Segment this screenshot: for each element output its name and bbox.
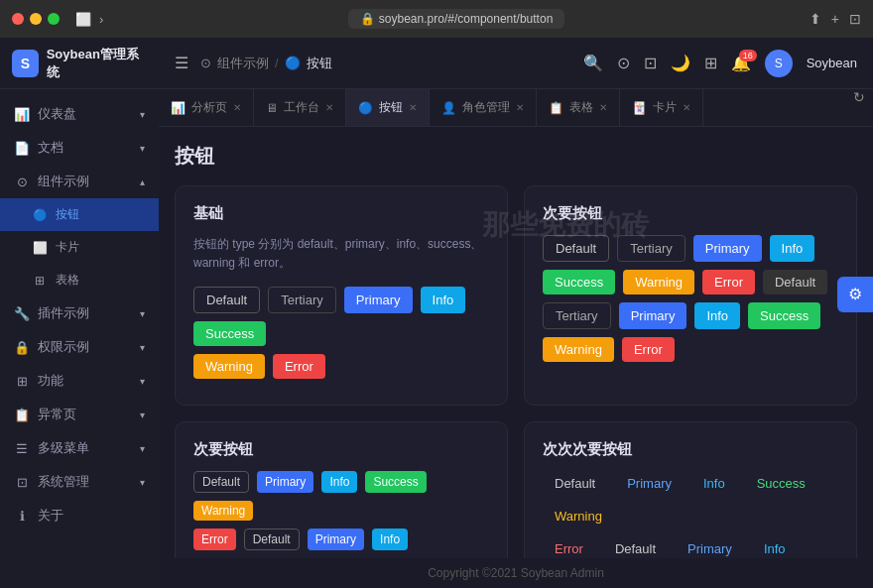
table-icon: ⊞	[32, 274, 48, 288]
sidebar-item-buttons[interactable]: 🔵 按钮	[0, 198, 159, 231]
tab-card[interactable]: 🃏 卡片 ✕	[620, 89, 703, 126]
settings-fab[interactable]: ⚙	[837, 277, 873, 312]
btn-tertiary[interactable]: Tertiary	[617, 235, 686, 262]
btn-text-info[interactable]: Info	[752, 536, 798, 558]
btn-text-default[interactable]: Default	[543, 471, 607, 496]
maximize-button[interactable]	[48, 13, 60, 25]
nav-controls: ⬜ ›	[75, 12, 103, 27]
btn-primary[interactable]: Primary	[693, 235, 762, 262]
tab-label: 按钮	[379, 99, 403, 116]
btn-text-error[interactable]: Error	[543, 536, 595, 558]
btn-default[interactable]: Default	[543, 235, 609, 262]
btn-info[interactable]: Info	[694, 302, 740, 329]
sidebar-item-label: 系统管理	[38, 473, 89, 491]
btn-primary[interactable]: Primary	[344, 287, 413, 313]
search-icon[interactable]: 🔍	[583, 54, 603, 72]
btn-error[interactable]: Error	[622, 337, 675, 362]
sidebar-item-cards[interactable]: ⬜ 卡片	[0, 231, 159, 264]
tab-close-icon[interactable]: ✕	[516, 102, 524, 113]
btn-success[interactable]: Success	[193, 321, 266, 346]
chevron-down-icon: ▾	[140, 410, 145, 420]
tab-close-icon[interactable]: ✕	[233, 102, 241, 113]
github-icon[interactable]: ⊙	[617, 54, 630, 72]
btn-info[interactable]: Info	[421, 287, 466, 313]
btn-info[interactable]: Info	[372, 529, 408, 550]
tab-analytics[interactable]: 📊 分析页 ✕	[159, 89, 254, 126]
btn-success[interactable]: Success	[365, 471, 426, 493]
btn-default[interactable]: Default	[244, 529, 300, 550]
theme-icon[interactable]: 🌙	[671, 54, 690, 72]
btn-dark[interactable]: Default	[763, 270, 827, 294]
nav-back-icon[interactable]: ⬜	[75, 12, 91, 27]
sidebar-item-exception[interactable]: 📋 异常页 ▾	[0, 398, 159, 431]
sidebar-item-label: 权限示例	[38, 338, 89, 356]
tab-close-icon[interactable]: ✕	[409, 102, 417, 113]
btn-text-info[interactable]: Info	[691, 471, 737, 496]
sidebar-item-system[interactable]: ⊡ 系统管理 ▾	[0, 465, 159, 499]
sidebar-item-docs[interactable]: 📄 文档 ▾	[0, 131, 159, 165]
btn-success[interactable]: Success	[748, 302, 820, 329]
btn-default[interactable]: Default	[193, 287, 260, 313]
tab-label: 分析页	[191, 99, 227, 116]
language-icon[interactable]: ⊞	[704, 54, 717, 72]
btn-primary[interactable]: Primary	[619, 302, 687, 329]
btn-error[interactable]: Error	[193, 529, 236, 550]
btn-text-primary[interactable]: Primary	[615, 471, 684, 496]
menu-toggle-icon[interactable]: ☰	[175, 54, 188, 72]
sidebar-item-about[interactable]: ℹ 关于	[0, 499, 159, 532]
btn-text-success[interactable]: Success	[745, 471, 817, 496]
sidebar-item-func[interactable]: ⊞ 功能 ▾	[0, 364, 159, 398]
btn-success[interactable]: Success	[543, 270, 615, 294]
url-bar[interactable]: 🔒 soybean.pro/#/component/button	[348, 9, 564, 29]
fullscreen-icon[interactable]: ⊡	[644, 54, 657, 72]
close-button[interactable]	[12, 13, 24, 25]
btn-default[interactable]: Default	[193, 471, 249, 493]
btn-warning[interactable]: Warning	[193, 501, 253, 521]
sidebar-item-dashboard[interactable]: 📊 仪表盘 ▾	[0, 97, 159, 131]
btn-tertiary[interactable]: Tertiary	[268, 287, 336, 313]
btn-text-warning[interactable]: Warning	[543, 504, 614, 529]
btn-row-basic-1: Default Tertiary Primary Info Success	[193, 287, 489, 346]
tab-close-icon[interactable]: ✕	[683, 102, 690, 113]
tab-button[interactable]: 🔵 按钮 ✕	[346, 89, 430, 126]
sidebar-item-components[interactable]: ⊙ 组件示例 ▴	[0, 165, 159, 198]
sidebar-item-auth[interactable]: 🔒 权限示例 ▾	[0, 330, 159, 364]
btn-info[interactable]: Info	[321, 471, 357, 493]
logo-icon: S	[12, 50, 39, 77]
btn-error[interactable]: Error	[273, 354, 325, 379]
tab-table[interactable]: 📋 表格 ✕	[537, 89, 620, 126]
btn-warning[interactable]: Warning	[543, 337, 614, 362]
btn-warning[interactable]: Warning	[623, 270, 694, 294]
sidebar-item-multilevel[interactable]: ☰ 多级菜单 ▾	[0, 431, 159, 465]
system-icon: ⊡	[14, 475, 30, 490]
more-icon[interactable]: ⊡	[849, 11, 861, 27]
btn-error[interactable]: Error	[702, 270, 755, 294]
btn-tertiary[interactable]: Tertiary	[543, 302, 611, 329]
sidebar-item-plugins[interactable]: 🔧 插件示例 ▾	[0, 296, 159, 330]
btn-info[interactable]: Info	[770, 235, 815, 262]
user-name: Soybean	[807, 56, 857, 70]
btn-primary[interactable]: Primary	[308, 529, 364, 550]
header-actions: 🔍 ⊙ ⊡ 🌙 ⊞ 🔔 16 S Soybean	[583, 50, 857, 77]
chevron-down-icon: ▾	[140, 443, 145, 454]
tab-close-icon[interactable]: ✕	[599, 102, 607, 113]
card-icon: ⬜	[32, 241, 48, 255]
btn-primary[interactable]: Primary	[257, 471, 313, 493]
tab-icon: 📊	[171, 101, 186, 115]
tab-close-icon[interactable]: ✕	[325, 102, 333, 113]
card-text-title: 次次次要按钮	[543, 440, 838, 459]
tab-role[interactable]: 👤 角色管理 ✕	[430, 89, 537, 126]
sidebar-item-table[interactable]: ⊞ 表格	[0, 264, 159, 296]
nav-forward-icon[interactable]: ›	[99, 12, 103, 27]
btn-text-primary[interactable]: Primary	[676, 536, 744, 558]
share-icon[interactable]: ⬆	[810, 11, 821, 27]
btn-text-default[interactable]: Default	[603, 536, 668, 558]
sidebar-item-label: 卡片	[56, 239, 79, 256]
refresh-button[interactable]: ↻	[845, 89, 873, 126]
minimize-button[interactable]	[30, 13, 42, 25]
new-tab-icon[interactable]: +	[831, 11, 839, 27]
tab-workbench[interactable]: 🖥 工作台 ✕	[254, 89, 346, 126]
btn-warning[interactable]: Warning	[193, 354, 265, 379]
breadcrumb-item-components[interactable]: 组件示例	[217, 55, 269, 72]
tab-icon: 📋	[549, 101, 563, 115]
